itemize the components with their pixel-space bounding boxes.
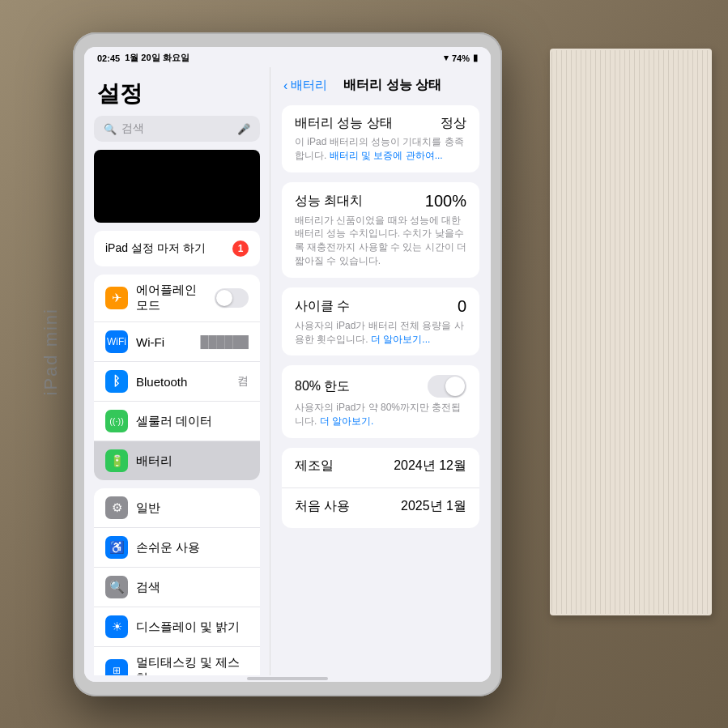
search-input[interactable]: 검색 xyxy=(121,121,232,136)
multitasking-label: 멀티태스킹 및 제스처 xyxy=(136,655,249,675)
airplane-icon: ✈ xyxy=(105,287,128,309)
back-arrow-icon[interactable]: ‹ xyxy=(283,79,287,93)
search-bar[interactable]: 🔍 검색 🎤 xyxy=(94,116,260,142)
sidebar-item-bluetooth[interactable]: ᛒ Bluetooth 켬 xyxy=(94,362,260,402)
wifi-icon: ▾ xyxy=(444,53,449,63)
status-left: 02:45 1월 20일 화요일 xyxy=(97,52,189,64)
cycle-count-row: 사이클 수 0 사용자의 iPad가 배터리 전체 용량을 사용한 횟수입니다.… xyxy=(282,287,479,356)
battery-display: 74% xyxy=(452,53,470,63)
max-performance-value: 100% xyxy=(425,192,466,211)
battery-health-section: 배터리 성능 상태 정상 이 iPad 배터리의 성능이 기대치를 충족합니다.… xyxy=(282,105,479,172)
sidebar-item-wifi[interactable]: WiFi Wi-Fi ██████ xyxy=(94,322,260,362)
max-performance-title: 성능 최대치 xyxy=(295,193,363,210)
cycle-learn-link[interactable]: 더 알아보기... xyxy=(371,334,430,345)
notebook-lines xyxy=(551,50,710,614)
first-use-title: 처음 사용 xyxy=(295,498,350,515)
setup-badge: 1 xyxy=(232,241,249,257)
setup-text: iPad 설정 마저 하기 xyxy=(105,241,206,256)
wifi-settings-icon: WiFi xyxy=(105,330,128,353)
limit-title: 80% 한도 xyxy=(295,378,350,395)
scene: iPad mini 02:45 1월 20일 화요일 ▾ 74% ▮ 설 xyxy=(0,0,728,728)
status-right: ▾ 74% ▮ xyxy=(444,53,478,63)
ipad-mini-label: iPad mini xyxy=(40,308,62,395)
manufacture-date-header: 제조일 2024년 12월 xyxy=(295,458,466,475)
detail-title: 배터리 성능 상태 xyxy=(343,77,441,94)
first-use-value: 2025년 1월 xyxy=(401,498,466,515)
ipad-frame: 02:45 1월 20일 화요일 ▾ 74% ▮ 설정 🔍 검색 xyxy=(73,32,502,696)
max-performance-desc: 배터리가 신품이었을 때와 성능에 대한 배터리 성능 수치입니다. 수치가 낮… xyxy=(295,214,466,268)
max-performance-row: 성능 최대치 100% 배터리가 신품이었을 때와 성능에 대한 배터리 성능 … xyxy=(282,182,479,278)
general-label: 일반 xyxy=(136,500,249,516)
detail-nav: ‹ 배터리 배터리 성능 상태 xyxy=(270,67,491,100)
airplane-label: 에어플레인 모드 xyxy=(136,283,206,313)
sidebar: 설정 🔍 검색 🎤 iPad 설정 마저 하기 1 xyxy=(84,67,270,675)
bluetooth-value: 켬 xyxy=(237,374,249,389)
mic-icon[interactable]: 🎤 xyxy=(237,123,250,135)
limit-header: 80% 한도 xyxy=(295,375,466,398)
general-icon: ⚙ xyxy=(105,496,128,519)
battery-settings-icon: 🔋 xyxy=(105,449,128,472)
wifi-label: Wi-Fi xyxy=(136,335,192,349)
manufacture-date-row: 제조일 2024년 12월 xyxy=(282,448,479,488)
sidebar-item-display[interactable]: ☀ 디스플레이 및 밝기 xyxy=(94,607,260,647)
bluetooth-icon: ᛒ xyxy=(105,370,128,393)
manufacture-date-title: 제조일 xyxy=(295,458,334,475)
battery-warranty-link[interactable]: 배터리 및 보증에 관하여... xyxy=(330,150,443,161)
detail-panel: ‹ 배터리 배터리 성능 상태 배터리 성능 상태 정상 이 iPad 배터리의… xyxy=(270,67,491,675)
display-icon: ☀ xyxy=(105,615,128,638)
cycle-count-title: 사이클 수 xyxy=(295,298,350,315)
battery-health-desc: 이 iPad 배터리의 성능이 기대치를 충족합니다. 배터리 및 보증에 관하… xyxy=(295,135,466,163)
content-area: 설정 🔍 검색 🎤 iPad 설정 마저 하기 1 xyxy=(84,67,491,675)
max-performance-header: 성능 최대치 100% xyxy=(295,192,466,211)
limit-toggle[interactable] xyxy=(428,375,466,398)
sidebar-item-multitasking[interactable]: ⊞ 멀티태스킹 및 제스처 xyxy=(94,647,260,675)
battery-health-title: 배터리 성능 상태 xyxy=(295,115,393,132)
limit-learn-link[interactable]: 더 알아보기. xyxy=(320,415,374,427)
accessibility-label: 손쉬운 사용 xyxy=(136,540,249,556)
cycle-count-header: 사이클 수 0 xyxy=(295,297,466,316)
limit-section: 80% 한도 사용자의 iPad가 약 80%까지만 충전됩니다. 더 알아보기… xyxy=(282,365,479,438)
display-label: 디스플레이 및 밝기 xyxy=(136,619,249,635)
date-display: 1월 20일 화요일 xyxy=(125,52,189,64)
manufacture-date-value: 2024년 12월 xyxy=(394,458,466,475)
home-indicator xyxy=(84,675,491,682)
sidebar-item-accessibility[interactable]: ♿ 손쉬운 사용 xyxy=(94,528,260,568)
sidebar-item-airplane[interactable]: ✈ 에어플레인 모드 xyxy=(94,275,260,322)
ipad-screen: 02:45 1월 20일 화요일 ▾ 74% ▮ 설정 🔍 검색 xyxy=(84,47,491,682)
search-label: 검색 xyxy=(136,580,249,595)
battery-health-value: 정상 xyxy=(441,115,466,132)
battery-health-row: 배터리 성능 상태 정상 이 iPad 배터리의 성능이 기대치를 충족합니다.… xyxy=(282,105,479,172)
back-label[interactable]: 배터리 xyxy=(291,78,327,93)
cellular-icon: ((·)) xyxy=(105,410,128,432)
time-display: 02:45 xyxy=(97,53,120,63)
accessibility-icon: ♿ xyxy=(105,536,128,559)
max-performance-section: 성능 최대치 100% 배터리가 신품이었을 때와 성능에 대한 배터리 성능 … xyxy=(282,182,479,278)
sidebar-item-cellular[interactable]: ((·)) 셀룰러 데이터 xyxy=(94,402,260,441)
limit-desc: 사용자의 iPad가 약 80%까지만 충전됩니다. 더 알아보기. xyxy=(295,401,466,428)
bluetooth-label: Bluetooth xyxy=(136,375,229,389)
search-settings-icon: 🔍 xyxy=(105,576,128,598)
battery-icon: ▮ xyxy=(473,53,478,63)
battery-label: 배터리 xyxy=(136,453,249,469)
profile-thumbnail xyxy=(94,150,260,223)
cycle-count-section: 사이클 수 0 사용자의 iPad가 배터리 전체 용량을 사용한 횟수입니다.… xyxy=(282,287,479,356)
first-use-header: 처음 사용 2025년 1월 xyxy=(295,498,466,515)
cellular-label: 셀룰러 데이터 xyxy=(136,414,249,429)
multitasking-icon: ⊞ xyxy=(105,659,128,675)
wifi-value: ██████ xyxy=(200,335,249,348)
dates-section: 제조일 2024년 12월 처음 사용 2025년 1월 xyxy=(282,448,479,528)
sidebar-title: 설정 xyxy=(84,67,270,116)
sidebar-item-battery[interactable]: 🔋 배터리 xyxy=(94,441,260,480)
sidebar-item-search[interactable]: 🔍 검색 xyxy=(94,568,260,607)
connectivity-group: ✈ 에어플레인 모드 WiFi Wi-Fi ██████ ᛒ xyxy=(94,275,260,480)
cycle-count-value: 0 xyxy=(458,297,466,316)
cycle-count-desc: 사용자의 iPad가 배터리 전체 용량을 사용한 횟수입니다. 더 알아보기.… xyxy=(295,319,466,347)
airplane-toggle[interactable] xyxy=(215,288,249,308)
status-bar: 02:45 1월 20일 화요일 ▾ 74% ▮ xyxy=(84,47,491,67)
sidebar-item-general[interactable]: ⚙ 일반 xyxy=(94,488,260,528)
home-bar xyxy=(247,677,328,680)
setup-banner[interactable]: iPad 설정 마저 하기 1 xyxy=(94,231,260,266)
search-icon: 🔍 xyxy=(104,123,117,135)
battery-health-header: 배터리 성능 상태 정상 xyxy=(295,115,466,132)
first-use-row: 처음 사용 2025년 1월 xyxy=(282,488,479,528)
